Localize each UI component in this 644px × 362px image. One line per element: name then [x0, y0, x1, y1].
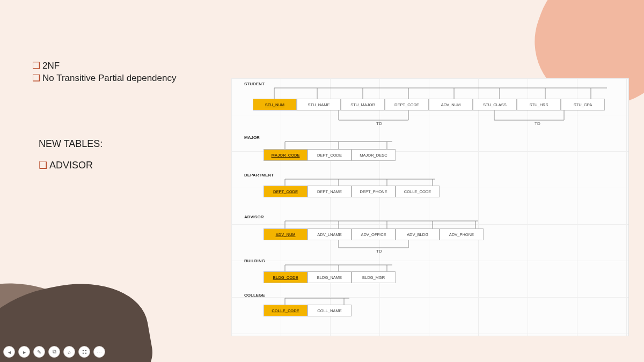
table-label-advisor: ADVISOR: [244, 215, 264, 219]
table-row-college: COLLE_CODE COLL_NAME: [264, 305, 352, 316]
new-tables-item: ADVISOR: [49, 160, 93, 171]
chevron-left-icon: ◂: [8, 349, 11, 355]
col: DEPT_PHONE: [352, 186, 396, 197]
col-pk: BLDG_CODE: [264, 271, 308, 283]
crop-icon: ⧉: [53, 349, 56, 355]
col-pk: COLLE_CODE: [264, 305, 308, 316]
col-pk: DEPT_CODE: [264, 186, 308, 197]
diagram-panel: STUDENT STU_NUM STU_NAME STU_MAJOR DEPT_…: [231, 78, 629, 336]
play-icon: ▸: [23, 349, 26, 355]
table-label-major: MAJOR: [244, 135, 260, 140]
prev-slide-button[interactable]: ◂: [3, 346, 15, 358]
col: COLLE_CODE: [396, 186, 440, 197]
td-label: TD: [376, 249, 382, 254]
table-row-major: MAJOR_CODE DEPT_CODE MAJOR_DESC: [264, 149, 396, 161]
col: ADV_NUM: [429, 99, 473, 110]
col: BLDG_MGR: [352, 271, 396, 283]
captions-icon: ☷: [82, 349, 87, 355]
new-tables-block: NEW TABLES: ❑ ADVISOR: [39, 138, 103, 171]
bullet-square-icon: ❑: [32, 73, 40, 83]
col: DEPT_CODE: [308, 149, 352, 161]
new-tables-header: NEW TABLES:: [39, 138, 103, 150]
col: STU_MAJOR: [341, 99, 385, 110]
col-pk: ADV_NUM: [264, 228, 308, 240]
bullet-square-icon: ❑: [32, 61, 40, 71]
bullet-text: 2NF: [42, 61, 60, 71]
magnifier-icon: ⌕: [68, 349, 71, 355]
col: STU_CLASS: [473, 99, 517, 110]
bullet-square-icon: ❑: [39, 160, 49, 171]
col: STU_GPA: [561, 99, 605, 110]
slide-toolbar: ◂ ▸ ✎ ⧉ ⌕ ☷ ⋯: [3, 346, 105, 358]
bullet-list: ❑2NF ❑No Transitive Partial dependency: [32, 60, 176, 85]
col: ADV_BLDG: [396, 228, 440, 240]
table-row-student: STU_NUM STU_NAME STU_MAJOR DEPT_CODE ADV…: [253, 99, 605, 110]
col: ADV_OFFICE: [352, 228, 396, 240]
col: DEPT_NAME: [308, 186, 352, 197]
table-label-student: STUDENT: [244, 82, 265, 86]
more-button[interactable]: ⋯: [93, 346, 105, 358]
table-label-building: BUILDING: [244, 258, 265, 263]
diagram-grid: [231, 78, 628, 336]
zoom-button[interactable]: ⌕: [63, 346, 75, 358]
col: DEPT_CODE: [385, 99, 429, 110]
td-label: TD: [376, 121, 382, 126]
col: COLL_NAME: [308, 305, 352, 316]
pen-icon: ✎: [37, 349, 41, 355]
col: STU_HRS: [517, 99, 561, 110]
pen-button[interactable]: ✎: [33, 346, 45, 358]
table-label-college: COLLEGE: [244, 293, 265, 298]
ellipsis-icon: ⋯: [97, 349, 102, 355]
captions-button[interactable]: ☷: [78, 346, 90, 358]
table-row-building: BLDG_CODE BLDG_NAME BLDG_MGR: [264, 271, 396, 283]
col: ADV_PHONE: [440, 228, 484, 240]
col: STU_NAME: [297, 99, 341, 110]
table-row-advisor: ADV_NUM ADV_LNAME ADV_OFFICE ADV_BLDG AD…: [264, 228, 484, 240]
col-pk: MAJOR_CODE: [264, 149, 308, 161]
table-row-department: DEPT_CODE DEPT_NAME DEPT_PHONE COLLE_COD…: [264, 186, 440, 197]
col: MAJOR_DESC: [352, 149, 396, 161]
crop-button[interactable]: ⧉: [48, 346, 60, 358]
col: BLDG_NAME: [308, 271, 352, 283]
play-button[interactable]: ▸: [18, 346, 30, 358]
col-pk: STU_NUM: [253, 99, 297, 110]
col: ADV_LNAME: [308, 228, 352, 240]
td-label: TD: [535, 121, 540, 126]
table-label-department: DEPARTMENT: [244, 173, 274, 178]
bullet-text: No Transitive Partial dependency: [42, 73, 176, 83]
